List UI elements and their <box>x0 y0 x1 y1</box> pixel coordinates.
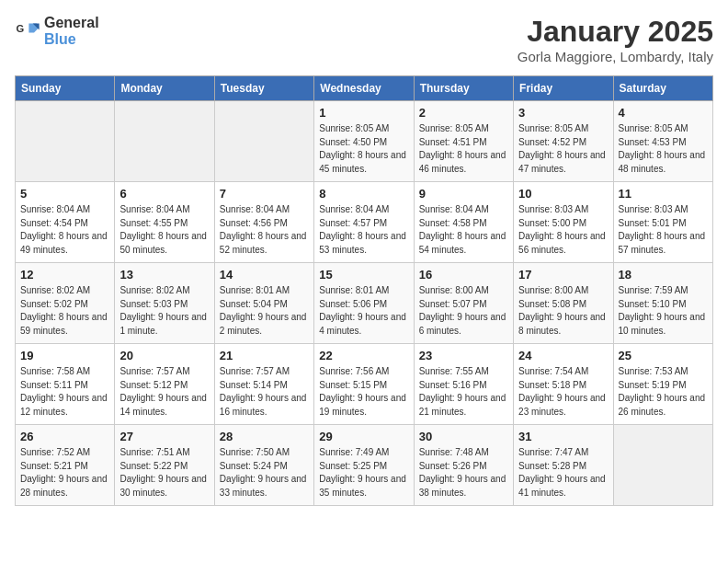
day-info: Sunrise: 8:04 AMSunset: 4:55 PMDaylight:… <box>119 203 209 257</box>
day-number: 31 <box>518 430 608 443</box>
calendar-cell: 5Sunrise: 8:04 AMSunset: 4:54 PMDaylight… <box>16 182 115 263</box>
calendar-cell <box>613 425 712 506</box>
logo: G General Blue <box>15 15 99 47</box>
weekday-header-row: SundayMondayTuesdayWednesdayThursdayFrid… <box>16 76 713 101</box>
day-info: Sunrise: 8:01 AMSunset: 5:04 PMDaylight:… <box>220 284 309 338</box>
weekday-header-monday: Monday <box>115 76 214 101</box>
weekday-header-friday: Friday <box>514 76 613 101</box>
day-number: 20 <box>119 349 209 362</box>
calendar-cell: 16Sunrise: 8:00 AMSunset: 5:07 PMDayligh… <box>414 263 513 344</box>
calendar-week-row: 19Sunrise: 7:58 AMSunset: 5:11 PMDayligh… <box>16 344 713 425</box>
day-number: 23 <box>419 349 508 362</box>
calendar-cell: 11Sunrise: 8:03 AMSunset: 5:01 PMDayligh… <box>613 182 712 263</box>
day-info: Sunrise: 8:02 AMSunset: 5:03 PMDaylight:… <box>119 284 209 338</box>
day-number: 19 <box>20 349 109 362</box>
calendar-cell: 1Sunrise: 8:05 AMSunset: 4:50 PMDaylight… <box>314 101 414 182</box>
day-info: Sunrise: 8:04 AMSunset: 4:56 PMDaylight:… <box>220 203 309 257</box>
day-number: 9 <box>419 187 508 201</box>
day-info: Sunrise: 7:51 AMSunset: 5:22 PMDaylight:… <box>119 446 209 500</box>
day-number: 30 <box>419 430 508 443</box>
day-info: Sunrise: 7:52 AMSunset: 5:21 PMDaylight:… <box>20 446 109 500</box>
logo-icon: G <box>15 18 40 44</box>
day-info: Sunrise: 7:56 AMSunset: 5:15 PMDaylight:… <box>319 365 408 419</box>
calendar-cell: 2Sunrise: 8:05 AMSunset: 4:51 PMDaylight… <box>414 101 513 182</box>
calendar-cell: 22Sunrise: 7:56 AMSunset: 5:15 PMDayligh… <box>314 344 414 425</box>
title-section: January 2025 Gorla Maggiore, Lombardy, I… <box>518 15 713 64</box>
day-number: 16 <box>419 268 508 282</box>
calendar-cell: 21Sunrise: 7:57 AMSunset: 5:14 PMDayligh… <box>214 344 313 425</box>
day-number: 27 <box>119 430 209 443</box>
day-info: Sunrise: 7:50 AMSunset: 5:24 PMDaylight:… <box>220 446 309 500</box>
day-number: 24 <box>518 349 608 362</box>
calendar-cell: 29Sunrise: 7:49 AMSunset: 5:25 PMDayligh… <box>314 425 414 506</box>
calendar-cell: 28Sunrise: 7:50 AMSunset: 5:24 PMDayligh… <box>214 425 313 506</box>
calendar-cell <box>16 101 115 182</box>
day-info: Sunrise: 8:00 AMSunset: 5:07 PMDaylight:… <box>419 284 508 338</box>
day-number: 7 <box>220 187 309 201</box>
day-number: 25 <box>619 349 708 362</box>
day-info: Sunrise: 7:57 AMSunset: 5:12 PMDaylight:… <box>119 365 209 419</box>
day-info: Sunrise: 8:04 AMSunset: 4:58 PMDaylight:… <box>419 203 508 257</box>
day-info: Sunrise: 7:57 AMSunset: 5:14 PMDaylight:… <box>220 365 309 419</box>
day-info: Sunrise: 7:53 AMSunset: 5:19 PMDaylight:… <box>619 365 708 419</box>
calendar-cell: 14Sunrise: 8:01 AMSunset: 5:04 PMDayligh… <box>214 263 313 344</box>
day-number: 13 <box>119 268 209 282</box>
calendar-week-row: 12Sunrise: 8:02 AMSunset: 5:02 PMDayligh… <box>16 263 713 344</box>
day-info: Sunrise: 8:00 AMSunset: 5:08 PMDaylight:… <box>518 284 608 338</box>
calendar-cell: 4Sunrise: 8:05 AMSunset: 4:53 PMDaylight… <box>613 101 712 182</box>
calendar-cell <box>214 101 313 182</box>
weekday-header-wednesday: Wednesday <box>314 76 414 101</box>
calendar-cell: 15Sunrise: 8:01 AMSunset: 5:06 PMDayligh… <box>314 263 414 344</box>
day-info: Sunrise: 7:58 AMSunset: 5:11 PMDaylight:… <box>20 365 109 419</box>
day-number: 18 <box>619 268 708 282</box>
calendar-cell: 17Sunrise: 8:00 AMSunset: 5:08 PMDayligh… <box>514 263 613 344</box>
day-info: Sunrise: 7:48 AMSunset: 5:26 PMDaylight:… <box>419 446 508 500</box>
day-number: 17 <box>518 268 608 282</box>
day-info: Sunrise: 8:04 AMSunset: 4:54 PMDaylight:… <box>20 203 109 257</box>
calendar-cell: 12Sunrise: 8:02 AMSunset: 5:02 PMDayligh… <box>16 263 115 344</box>
day-info: Sunrise: 8:05 AMSunset: 4:50 PMDaylight:… <box>319 122 408 176</box>
day-number: 21 <box>220 349 309 362</box>
calendar-week-row: 26Sunrise: 7:52 AMSunset: 5:21 PMDayligh… <box>16 425 713 506</box>
calendar-cell: 10Sunrise: 8:03 AMSunset: 5:00 PMDayligh… <box>514 182 613 263</box>
day-number: 3 <box>518 106 608 120</box>
weekday-header-saturday: Saturday <box>613 76 712 101</box>
day-number: 12 <box>20 268 109 282</box>
day-number: 11 <box>619 187 708 201</box>
calendar-cell <box>115 101 214 182</box>
day-number: 1 <box>319 106 408 120</box>
weekday-header-thursday: Thursday <box>414 76 513 101</box>
day-number: 5 <box>20 187 109 201</box>
calendar-cell: 8Sunrise: 8:04 AMSunset: 4:57 PMDaylight… <box>314 182 414 263</box>
day-number: 14 <box>220 268 309 282</box>
calendar-cell: 23Sunrise: 7:55 AMSunset: 5:16 PMDayligh… <box>414 344 513 425</box>
calendar-week-row: 5Sunrise: 8:04 AMSunset: 4:54 PMDaylight… <box>16 182 713 263</box>
calendar-title: January 2025 <box>518 15 713 49</box>
calendar-cell: 20Sunrise: 7:57 AMSunset: 5:12 PMDayligh… <box>115 344 214 425</box>
calendar-cell: 26Sunrise: 7:52 AMSunset: 5:21 PMDayligh… <box>16 425 115 506</box>
svg-text:G: G <box>16 23 24 34</box>
day-info: Sunrise: 7:59 AMSunset: 5:10 PMDaylight:… <box>619 284 708 338</box>
calendar-cell: 13Sunrise: 8:02 AMSunset: 5:03 PMDayligh… <box>115 263 214 344</box>
day-info: Sunrise: 8:05 AMSunset: 4:53 PMDaylight:… <box>619 122 708 176</box>
day-info: Sunrise: 7:49 AMSunset: 5:25 PMDaylight:… <box>319 446 408 500</box>
weekday-header-tuesday: Tuesday <box>214 76 313 101</box>
day-number: 10 <box>518 187 608 201</box>
day-info: Sunrise: 7:55 AMSunset: 5:16 PMDaylight:… <box>419 365 508 419</box>
day-info: Sunrise: 7:47 AMSunset: 5:28 PMDaylight:… <box>518 446 608 500</box>
day-number: 28 <box>220 430 309 443</box>
calendar-cell: 30Sunrise: 7:48 AMSunset: 5:26 PMDayligh… <box>414 425 513 506</box>
weekday-header-sunday: Sunday <box>16 76 115 101</box>
day-info: Sunrise: 8:01 AMSunset: 5:06 PMDaylight:… <box>319 284 408 338</box>
day-number: 15 <box>319 268 408 282</box>
calendar-cell: 25Sunrise: 7:53 AMSunset: 5:19 PMDayligh… <box>613 344 712 425</box>
day-info: Sunrise: 7:54 AMSunset: 5:18 PMDaylight:… <box>518 365 608 419</box>
calendar-cell: 3Sunrise: 8:05 AMSunset: 4:52 PMDaylight… <box>514 101 613 182</box>
day-info: Sunrise: 8:02 AMSunset: 5:02 PMDaylight:… <box>20 284 109 338</box>
page-header: G General Blue January 2025 Gorla Maggio… <box>15 15 713 64</box>
day-info: Sunrise: 8:05 AMSunset: 4:52 PMDaylight:… <box>518 122 608 176</box>
day-number: 22 <box>319 349 408 362</box>
calendar-cell: 7Sunrise: 8:04 AMSunset: 4:56 PMDaylight… <box>214 182 313 263</box>
logo-blue: Blue <box>44 31 76 47</box>
calendar-cell: 27Sunrise: 7:51 AMSunset: 5:22 PMDayligh… <box>115 425 214 506</box>
